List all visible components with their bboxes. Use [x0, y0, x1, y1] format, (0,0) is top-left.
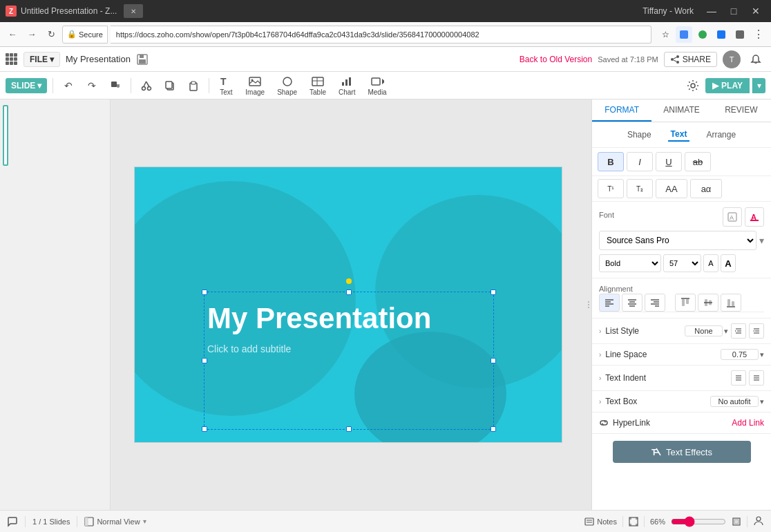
chart-tool[interactable]: Chart [334, 74, 359, 97]
paste-button[interactable] [184, 76, 203, 95]
play-button[interactable]: ▶ PLAY [705, 78, 750, 93]
slide-thumbnail[interactable]: My Presentation [3, 105, 8, 166]
save-icon[interactable] [136, 53, 149, 66]
subtab-arrange[interactable]: Arrange [703, 129, 739, 141]
minimize-button[interactable]: — [702, 1, 721, 21]
font-dropdown-chevron[interactable]: ▾ [759, 235, 764, 246]
paint-format-button[interactable] [106, 76, 125, 95]
zoom-slider[interactable] [671, 516, 726, 527]
back-to-old-button[interactable]: Back to Old Version [520, 55, 592, 64]
align-center-button[interactable] [622, 294, 642, 312]
font-weight-select[interactable]: Bold [599, 254, 661, 272]
slide-canvas[interactable]: My Presentation Click to add subtitle [134, 167, 562, 443]
ext-icon3[interactable] [713, 26, 730, 43]
svg-text:A: A [730, 214, 734, 221]
fit-window-button[interactable] [732, 517, 741, 526]
font-size-increase[interactable]: A [721, 254, 736, 272]
strikethrough-button[interactable]: ab [685, 152, 711, 171]
notes-button[interactable]: Notes [584, 517, 617, 526]
settings-icon[interactable] [683, 76, 703, 95]
image-tool[interactable]: Image [241, 74, 269, 97]
copy-button[interactable] [160, 76, 180, 95]
text-indent-row[interactable]: › Text Indent [592, 365, 771, 391]
url-input[interactable] [111, 26, 651, 44]
handle-tr[interactable] [491, 289, 496, 295]
bold-button[interactable]: B [598, 152, 624, 171]
italic-button[interactable]: I [627, 152, 653, 171]
font-color-button[interactable]: A [745, 207, 764, 227]
line-space-row[interactable]: › Line Space 0.75 ▾ [592, 344, 771, 365]
slide-title[interactable]: My Presentation [207, 302, 431, 335]
handle-bm[interactable] [346, 426, 352, 432]
handle-bl[interactable] [202, 426, 207, 432]
superscript-button[interactable]: T¹ [598, 179, 624, 198]
text-box-row[interactable]: › Text Box No autofit ▾ [592, 391, 771, 412]
subtab-shape[interactable]: Shape [625, 129, 654, 141]
font-family-select[interactable]: Source Sans Pro [599, 231, 756, 250]
cut-button[interactable] [137, 76, 156, 95]
line-space-dropdown[interactable]: 0.75 ▾ [721, 349, 764, 360]
chat-icon-area[interactable] [7, 516, 18, 527]
media-tool[interactable]: Media [363, 74, 390, 97]
table-tool[interactable]: Table [305, 74, 330, 97]
slide-button[interactable]: SLIDE ▾ [6, 78, 47, 93]
lowercase-button[interactable]: aα [690, 179, 722, 198]
shape-tool[interactable]: Shape [273, 74, 301, 97]
handle-tm[interactable] [346, 289, 352, 295]
align-middle-button[interactable] [698, 294, 718, 312]
align-right-button[interactable] [645, 294, 665, 312]
font-size-decrease[interactable]: A [703, 254, 718, 272]
handle-mr[interactable] [491, 358, 496, 363]
align-top-button[interactable] [675, 294, 696, 312]
apps-grid-icon[interactable] [6, 53, 18, 66]
list-style-row[interactable]: › List Style None ▾ [592, 319, 771, 344]
text-indent-right-button[interactable] [749, 370, 764, 386]
redo-button[interactable]: ↷ [82, 76, 102, 95]
slide-subtitle[interactable]: Click to add subtitle [207, 343, 291, 354]
font-highlight-button[interactable]: A [723, 207, 742, 227]
uppercase-button[interactable]: AA [656, 179, 687, 198]
font-size-select[interactable]: 57 [663, 254, 701, 272]
normal-view-button[interactable]: Normal View ▾ [84, 517, 146, 526]
indent-increase-button[interactable] [749, 323, 764, 339]
handle-br[interactable] [491, 426, 496, 432]
underline-button[interactable]: U [656, 152, 682, 171]
back-button[interactable]: ← [4, 26, 21, 43]
user-avatar[interactable]: T [723, 50, 741, 68]
subtab-text[interactable]: Text [668, 128, 690, 142]
text-tool[interactable]: T Text [215, 74, 237, 97]
tab-review[interactable]: REVIEW [712, 99, 771, 122]
ext-icon2[interactable] [694, 26, 711, 43]
tab-format[interactable]: FORMAT [592, 99, 651, 122]
undo-button[interactable]: ↶ [59, 76, 78, 95]
file-menu-button[interactable]: FILE ▾ [23, 52, 60, 67]
refresh-button[interactable]: ↻ [43, 26, 59, 43]
share-button[interactable]: SHARE [664, 52, 717, 67]
text-box-dropdown[interactable]: No autofit ▾ [710, 396, 764, 407]
user-settings-icon[interactable] [753, 515, 764, 528]
maximize-button[interactable]: □ [724, 1, 743, 21]
text-indent-left-button[interactable] [731, 370, 746, 386]
tab-animate[interactable]: ANIMATE [651, 99, 711, 122]
forward-button[interactable]: → [23, 26, 40, 43]
ext-icon4[interactable] [732, 26, 748, 43]
fit-screen-button[interactable] [629, 517, 638, 526]
handle-ml[interactable] [202, 358, 207, 363]
handle-tl[interactable] [202, 289, 207, 295]
align-left-button[interactable] [599, 294, 620, 312]
list-style-dropdown[interactable]: None ▾ [685, 325, 728, 336]
ext-icon1[interactable] [676, 26, 692, 43]
notifications-icon[interactable] [746, 50, 765, 69]
play-dropdown[interactable]: ▾ [752, 78, 765, 93]
more-btn[interactable]: ⋮ [750, 26, 767, 43]
add-link-button[interactable]: Add Link [732, 418, 764, 428]
indent-decrease-button[interactable] [731, 323, 746, 339]
tab-close[interactable]: ✕ [124, 4, 143, 18]
text-effects-button[interactable]: T Text Effects [613, 441, 751, 463]
resize-handle[interactable] [586, 99, 591, 510]
align-bottom-button[interactable] [721, 294, 741, 312]
rotate-handle[interactable] [346, 278, 352, 284]
subscript-button[interactable]: T₂ [627, 179, 653, 198]
bookmark-icon[interactable]: ☆ [657, 26, 674, 43]
close-button[interactable]: ✕ [746, 1, 765, 21]
